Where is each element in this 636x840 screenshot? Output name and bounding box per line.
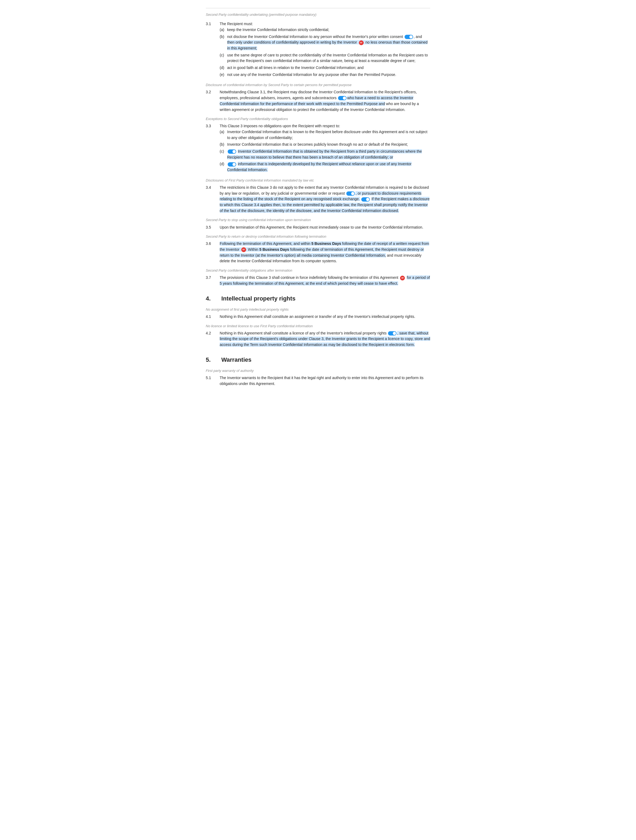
section-heading-3-6: Second Party to return or destroy confid… xyxy=(206,234,430,239)
list-item: (a) Inventor Confidential Information th… xyxy=(220,129,430,141)
sub-text: not disclose the Inventor Confidential I… xyxy=(227,34,430,51)
sub-text: Inventor Confidential Information that i… xyxy=(227,142,430,148)
sub-label: (b) xyxy=(220,34,225,51)
top-rule xyxy=(206,8,430,8)
section-heading-3-4: Disclosures of First Party confidential … xyxy=(206,178,430,183)
list-item: (c) use the same degree of care to prote… xyxy=(220,52,430,64)
strong-text: 5 Business Days xyxy=(260,247,289,251)
clause-3-6: 3.6 Following the termination of this Ag… xyxy=(206,241,430,264)
clause-3-3-list: (a) Inventor Confidential Information th… xyxy=(220,129,430,173)
clause-content-3-6: Following the termination of this Agreem… xyxy=(220,241,430,264)
sub-text: not use any of the Inventor Confidential… xyxy=(227,72,430,78)
highlight-text: information that is independently develo… xyxy=(227,162,411,172)
top-italic: Second Party confidentiality undertaking… xyxy=(206,12,430,17)
section-4-heading: 4. Intellectual property rights xyxy=(206,294,430,303)
or-badge: or xyxy=(241,247,246,252)
clause-content-3-5: Upon the termination of this Agreement, … xyxy=(220,224,430,231)
clause-num-3-2: 3.2 xyxy=(206,89,220,112)
clause-num-3-7: 3.7 xyxy=(206,275,220,286)
clause-num-3-5: 3.5 xyxy=(206,224,220,231)
clause-3-1: 3.1 The Recipient must: (a) keep the Inv… xyxy=(206,21,430,79)
clause-4-2: 4.2 Nothing in this Agreement shall cons… xyxy=(206,330,430,348)
clause-content-3-7: The provisions of this Clause 3 shall co… xyxy=(220,275,430,286)
section-heading-3-7: Second Party confidentiality obligations… xyxy=(206,268,430,273)
section-heading-3-3: Exceptions to Second Party confidentiali… xyxy=(206,116,430,122)
clause-3-3: 3.3 This Clause 3 imposes no obligations… xyxy=(206,123,430,174)
section-5-heading: 5. Warranties xyxy=(206,355,430,365)
sub-label: (d) xyxy=(220,161,225,173)
clause-num-4-1: 4.1 xyxy=(206,314,220,320)
or-badge: or xyxy=(359,40,364,45)
sub-text: Inventor Confidential Information that i… xyxy=(227,148,430,160)
clause-3-1-intro: The Recipient must: xyxy=(220,21,430,27)
clause-3-4: 3.4 The restrictions in this Clause 3 do… xyxy=(206,185,430,214)
toggle-switch[interactable] xyxy=(405,35,413,39)
clause-content-3-3: This Clause 3 imposes no obligations upo… xyxy=(220,123,430,174)
toggle-switch[interactable] xyxy=(228,162,236,167)
clause-3-1-list: (a) keep the Inventor Confidential Infor… xyxy=(220,27,430,78)
clause-3-2: 3.2 Notwithstanding Clause 3.1, the Reci… xyxy=(206,89,430,112)
section-heading-5-1: First party warranty of authority xyxy=(206,368,430,374)
section-heading-3-2: Disclosure of confidential information b… xyxy=(206,82,430,88)
highlight-text: , save that, without limiting the scope … xyxy=(220,331,430,347)
section-4-num: 4. xyxy=(206,294,220,303)
list-item: (b) Inventor Confidential Information th… xyxy=(220,142,430,148)
sub-label: (c) xyxy=(220,52,225,64)
highlight-text: Following the termination of this Agreem… xyxy=(220,242,429,257)
section-heading-4-1: No assignment of first party intellectua… xyxy=(206,307,430,312)
clause-content-4-1: Nothing in this Agreement shall constitu… xyxy=(220,314,430,320)
section-heading-3-5: Second Party to stop using confidential … xyxy=(206,217,430,223)
clause-num-3-6: 3.6 xyxy=(206,241,220,264)
highlight-text: for a period of 5 years following the te… xyxy=(220,275,430,286)
clause-content-3-2: Notwithstanding Clause 3.1, the Recipien… xyxy=(220,89,430,112)
sub-text: act in good faith at all times in relati… xyxy=(227,65,430,71)
clause-num-4-2: 4.2 xyxy=(206,330,220,348)
section-4-title: Intellectual property rights xyxy=(221,295,296,302)
sub-text: use the same degree of care to protect t… xyxy=(227,52,430,64)
sub-label: (a) xyxy=(220,27,225,33)
clause-content-3-4: The restrictions in this Clause 3 do not… xyxy=(220,185,430,214)
sub-text: information that is independently develo… xyxy=(227,161,430,173)
list-item: (d) information that is independently de… xyxy=(220,161,430,173)
highlight-text: who have a need to access the Inventor C… xyxy=(220,96,413,106)
list-item: (d) act in good faith at all times in re… xyxy=(220,65,430,71)
clause-content-3-1: The Recipient must: (a) keep the Invento… xyxy=(220,21,430,79)
section-5-num: 5. xyxy=(206,355,220,365)
clause-3-3-intro: This Clause 3 imposes no obligations upo… xyxy=(220,123,430,129)
highlight-text: then only under conditions of confidenti… xyxy=(227,40,428,50)
clause-num-5-1: 5.1 xyxy=(206,375,220,387)
clause-num-3-3: 3.3 xyxy=(206,123,220,174)
list-item: (b) not disclose the Inventor Confidenti… xyxy=(220,34,430,51)
clause-3-5: 3.5 Upon the termination of this Agreeme… xyxy=(206,224,430,231)
strong-text: 5 Business Days xyxy=(311,242,341,246)
clause-4-1: 4.1 Nothing in this Agreement shall cons… xyxy=(206,314,430,320)
clause-3-7: 3.7 The provisions of this Clause 3 shal… xyxy=(206,275,430,286)
list-item: (c) Inventor Confidential Information th… xyxy=(220,148,430,160)
sub-label: (b) xyxy=(220,142,225,148)
clause-num-3-1: 3.1 xyxy=(206,21,220,79)
toggle-switch[interactable] xyxy=(388,331,397,336)
clause-num-3-4: 3.4 xyxy=(206,185,220,214)
list-item: (e) not use any of the Inventor Confiden… xyxy=(220,72,430,78)
sub-text: keep the Inventor Confidential Informati… xyxy=(227,27,430,33)
highlight-text: Inventor Confidential Information that i… xyxy=(227,149,422,159)
clause-content-4-2: Nothing in this Agreement shall constitu… xyxy=(220,330,430,348)
toggle-switch[interactable] xyxy=(228,150,236,154)
clause-content-5-1: The Inventor warrants to the Recipient t… xyxy=(220,375,430,387)
clause-5-1: 5.1 The Inventor warrants to the Recipie… xyxy=(206,375,430,387)
toggle-switch[interactable] xyxy=(361,197,370,202)
sub-label: (d) xyxy=(220,65,225,71)
sub-label: (e) xyxy=(220,72,225,78)
sub-label: (a) xyxy=(220,129,225,141)
or-badge: or xyxy=(400,276,405,281)
list-item: (a) keep the Inventor Confidential Infor… xyxy=(220,27,430,33)
section-5-title: Warranties xyxy=(221,356,252,363)
sub-text: Inventor Confidential Information that i… xyxy=(227,129,430,141)
sub-label: (c) xyxy=(220,148,225,160)
toggle-switch[interactable] xyxy=(338,96,346,100)
toggle-switch[interactable] xyxy=(346,191,355,196)
section-heading-4-2: No licence or limited licence to use Fir… xyxy=(206,324,430,329)
